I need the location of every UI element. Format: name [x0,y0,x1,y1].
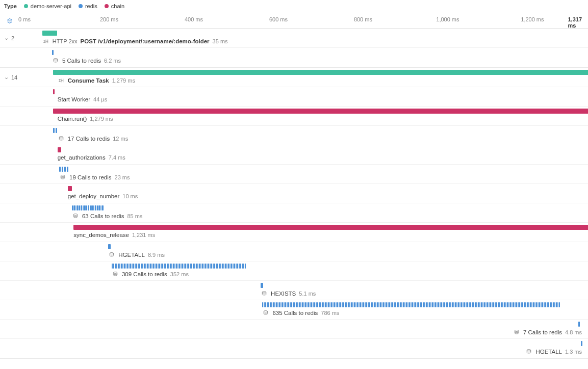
redis-call-tick [83,205,84,210]
redis-call-tick [559,302,560,307]
redis-call-tick [386,302,387,307]
span-row[interactable]: Chain.run()1,279 ms [0,107,588,126]
span-row[interactable]: HGETALL1.3 ms [0,339,588,358]
svg-point-7 [264,311,268,312]
redis-call-tick [470,302,471,307]
redis-call-tick [194,263,195,269]
span-row[interactable]: 635 Calls to redis786 ms [0,300,588,320]
redis-call-tick [458,302,459,307]
redis-call-tick [355,302,356,307]
span-row[interactable]: 63 Calls to redis85 ms [0,203,588,223]
redis-call-tick [216,263,217,269]
redis-call-tick [539,302,540,307]
span-label: HTTP 2xxPOST /v1/deployment/:username/:d… [42,38,228,45]
collapse-all-icon[interactable] [5,16,14,25]
redis-call-tick [446,302,447,307]
span-duration: 786 ms [321,310,339,316]
span-label: HGETALL8.9 ms [108,251,165,258]
redis-call-tick [284,302,285,307]
redis-call-tick [173,263,174,269]
redis-call-tick [394,302,395,307]
legend-item-chain[interactable]: chain [105,3,124,9]
span-row[interactable]: get_authorizations7.4 ms [0,145,588,165]
span-label: HGETALL1.3 ms [525,348,582,355]
redis-call-tick [236,263,237,269]
redis-call-tick [297,302,298,307]
redis-call-tick [53,128,55,133]
redis-call-tick [323,302,324,307]
redis-call-tick [452,302,453,307]
redis-call-tick [398,302,399,307]
redis-call-tick [162,263,163,269]
redis-call-tick [420,302,421,307]
span-row[interactable]: HEXISTS5.1 ms [0,281,588,300]
redis-call-tick [504,302,505,307]
span-row[interactable]: 5 Calls to redis6.2 ms [0,48,588,67]
redis-call-tick [337,302,338,307]
redis-call-tick [119,263,120,269]
redis-call-tick [443,302,444,307]
span-row[interactable]: HTTP 2xxPOST /v1/deployment/:username/:d… [0,29,588,48]
span-row[interactable]: 7 Calls to redis4.8 ms [0,320,588,339]
redis-call-tick [463,302,464,307]
redis-call-tick [432,302,433,307]
span-bar-redis [112,263,246,269]
redis-call-tick [499,302,500,307]
redis-call-tick [478,302,479,307]
span-name: 19 Calls to redis [69,174,111,180]
legend-item-redis[interactable]: redis [79,3,97,9]
redis-call-tick [515,302,516,307]
redis-call-tick [302,302,303,307]
span-row[interactable]: Start Worker44 µs [0,87,588,107]
redis-call-tick [136,263,137,269]
http-icon [58,77,65,84]
redis-call-tick [450,302,451,307]
redis-call-tick [461,302,462,307]
redis-call-tick [116,263,117,269]
redis-call-tick [285,302,286,307]
span-row[interactable]: sync_demos_release1,231 ms [0,223,588,242]
span-row[interactable]: 17 Calls to redis12 ms [0,126,588,145]
span-name: HGETALL [118,252,145,258]
span-row[interactable]: 19 Calls to redis23 ms [0,165,588,184]
redis-call-tick [492,302,493,307]
span-duration: 10 ms [122,193,138,199]
redis-call-tick [340,302,341,307]
redis-call-tick [395,302,396,307]
redis-call-tick [498,302,499,307]
legend-dot [105,4,109,8]
redis-call-tick [294,302,295,307]
redis-call-tick [352,302,353,307]
redis-call-tick [102,205,104,210]
redis-call-tick [313,302,314,307]
span-row[interactable]: HGETALL8.9 ms [0,242,588,261]
redis-call-tick [196,263,197,269]
database-icon [112,271,119,278]
redis-call-tick [264,302,265,307]
redis-call-tick [375,302,376,307]
redis-call-tick [124,263,125,269]
span-row[interactable]: 309 Calls to redis352 ms [0,261,588,281]
span-row[interactable]: Consume Task1,279 ms [0,68,588,87]
span-bar-redis [52,50,54,55]
redis-call-tick [359,302,360,307]
redis-call-tick [524,302,525,307]
redis-call-tick [392,302,393,307]
span-row[interactable]: get_deploy_number10 ms [0,184,588,203]
redis-call-tick [133,263,134,269]
span-name: 7 Calls to redis [523,329,562,335]
redis-call-tick [429,302,430,307]
redis-call-tick [351,302,352,307]
redis-call-tick [213,263,214,269]
http-status: HTTP 2xx [53,38,78,44]
redis-call-tick [369,302,370,307]
redis-call-tick [319,302,320,307]
span-name: sync_demos_release [73,232,129,238]
legend-item-api[interactable]: demo-server-api [24,3,71,9]
redis-call-tick [519,302,520,307]
redis-call-tick [409,302,410,307]
redis-call-tick [482,302,483,307]
redis-call-tick [300,302,301,307]
redis-call-tick [127,263,128,269]
span-name: 17 Calls to redis [68,136,110,142]
